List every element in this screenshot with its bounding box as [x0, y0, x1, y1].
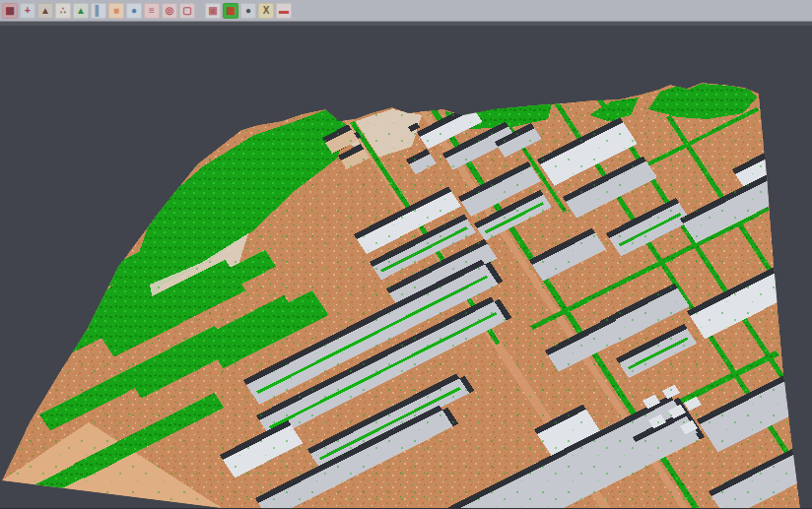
clip-box-red-icon[interactable]: ▣	[205, 3, 221, 19]
target-red-icon[interactable]: ◎	[162, 3, 177, 19]
toolbar: ▩+▲∴▲▌■●≡◎▢▣▦●X▬	[0, 0, 812, 22]
terrain-green-icon[interactable]: ▲	[73, 3, 89, 19]
selection-red-icon[interactable]: ▢	[179, 3, 195, 19]
ruler-blue-icon[interactable]: ▌	[91, 3, 106, 19]
square-orange-icon[interactable]: ■	[108, 3, 124, 19]
point-cloud-scene[interactable]	[0, 26, 812, 508]
globe-blue-icon[interactable]: ●	[126, 3, 142, 19]
point-cloud-icon[interactable]: ∴	[55, 3, 71, 19]
hourglass-tan-icon[interactable]: X	[258, 3, 274, 19]
mosaic-red-icon[interactable]: ▩	[2, 3, 18, 19]
viewport-3d[interactable]	[0, 26, 812, 508]
layers-red-icon[interactable]: ≡	[144, 3, 160, 19]
application-window: ▩+▲∴▲▌■●≡◎▢▣▦●X▬	[0, 0, 812, 509]
pan-points-icon[interactable]: +	[20, 3, 35, 19]
sphere-dark-icon[interactable]: ●	[240, 3, 256, 19]
flag-red-icon[interactable]: ▬	[276, 3, 292, 19]
classified-map-icon[interactable]: ▦	[223, 3, 238, 19]
terrain-brown-icon[interactable]: ▲	[37, 3, 53, 19]
